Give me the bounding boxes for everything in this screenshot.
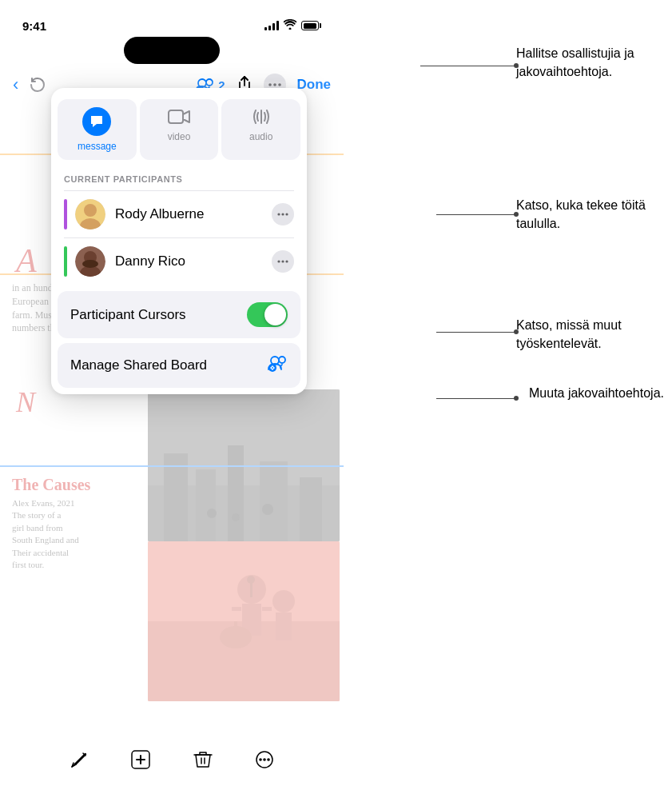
annotation-1-text: Hallitse osallistujia ja jakovaihtoehtoj…: [516, 46, 634, 78]
participant-cursors-label: Participant Cursors: [70, 307, 247, 323]
participant-bar-2: [64, 246, 67, 277]
svg-point-30: [84, 204, 97, 217]
annotation-1-line: [420, 66, 516, 66]
participant-more-1[interactable]: [272, 203, 294, 225]
signal-icon: [264, 21, 279, 30]
svg-point-50: [267, 758, 270, 761]
dynamic-island: [124, 37, 220, 64]
participant-row-1: Rody Albuerne: [64, 190, 294, 237]
svg-point-41: [285, 260, 288, 262]
annotation-3: Katso, missä muut työskentelevät.: [516, 316, 664, 353]
svg-point-32: [277, 213, 280, 215]
participant-cursors-row[interactable]: Participant Cursors: [58, 291, 300, 338]
message-icon: [82, 107, 111, 136]
participant-bar-1: [64, 199, 67, 229]
manage-shared-board-icon: [267, 354, 288, 377]
participant-cursors-toggle[interactable]: [247, 302, 288, 327]
wifi-icon: [284, 19, 296, 32]
video-label: video: [168, 131, 191, 142]
more-tools-button[interactable]: [250, 745, 279, 774]
status-bar: 9:41: [0, 0, 344, 40]
message-label: message: [78, 141, 117, 152]
message-button[interactable]: message: [58, 99, 137, 160]
annotations-area: Hallitse osallistujia ja jakovaihtoehtoj…: [344, 0, 672, 806]
participant-name-1: Rody Albuerne: [115, 206, 272, 222]
participant-avatar-1: [75, 199, 105, 229]
bottom-toolbar: [0, 736, 344, 784]
share-popup: message video audio CURRENT PARTICIPANTS: [51, 88, 307, 394]
annotation-4-line: [436, 398, 516, 399]
annotation-3-text: Katso, missä muut työskentelevät.: [516, 318, 622, 350]
svg-point-39: [277, 260, 280, 262]
status-icons: [264, 19, 321, 32]
annotation-2: Katso, kuka tekee töitä taululla.: [516, 196, 664, 233]
annotation-1: Hallitse osallistujia ja jakovaihtoehtoj…: [516, 44, 664, 81]
video-button[interactable]: video: [140, 99, 219, 160]
annotation-4: Muuta jakovaihtoehtoja.: [529, 384, 664, 402]
annotation-3-dot: [514, 329, 519, 334]
participant-avatar-2: [75, 246, 105, 277]
delete-button[interactable]: [189, 745, 217, 774]
svg-point-44: [268, 364, 276, 372]
action-row: message video audio: [51, 88, 307, 171]
svg-point-48: [259, 758, 262, 761]
status-time: 9:41: [22, 19, 46, 33]
participants-section: CURRENT PARTICIPANTS Rody Albuerne: [51, 171, 307, 285]
svg-point-40: [281, 260, 284, 262]
participant-name-2: Danny Rico: [115, 253, 272, 269]
participants-section-label: CURRENT PARTICIPANTS: [64, 171, 294, 190]
manage-shared-board-label: Manage Shared Board: [70, 357, 267, 373]
annotation-4-text: Muuta jakovaihtoehtoja.: [529, 386, 664, 400]
svg-point-49: [263, 758, 266, 761]
annotation-1-dot: [514, 63, 519, 68]
add-button[interactable]: [126, 745, 155, 774]
annotation-2-text: Katso, kuka tekee töitä taululla.: [516, 198, 646, 230]
toggle-knob: [264, 304, 286, 325]
annotation-3-line: [436, 332, 516, 333]
annotation-2-line: [436, 214, 516, 215]
annotation-2-dot: [514, 212, 519, 217]
participant-more-2[interactable]: [272, 250, 294, 273]
participant-row-2: Danny Rico: [64, 237, 294, 285]
annotation-4-dot: [514, 396, 519, 401]
svg-rect-28: [169, 110, 183, 123]
pen-tool-button[interactable]: [65, 745, 93, 774]
svg-point-38: [82, 260, 98, 268]
svg-point-43: [279, 357, 285, 363]
audio-button[interactable]: audio: [221, 99, 300, 160]
manage-shared-board-row[interactable]: Manage Shared Board: [58, 343, 300, 388]
svg-point-34: [285, 213, 288, 215]
audio-label: audio: [249, 131, 272, 142]
svg-point-33: [281, 213, 284, 215]
battery-icon: [301, 21, 321, 30]
